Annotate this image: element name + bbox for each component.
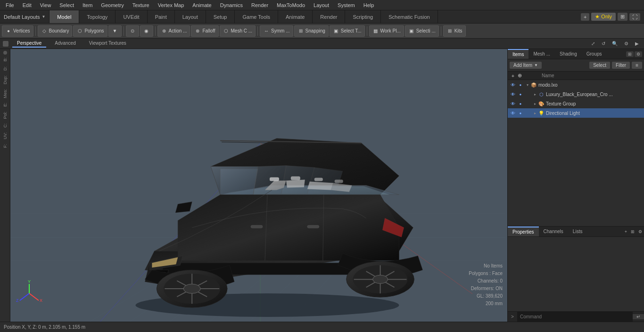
- visibility2-car[interactable]: ●: [517, 91, 524, 97]
- menu-vertexmap[interactable]: Vertex Map: [154, 1, 188, 9]
- sidebar-label-e[interactable]: E:: [3, 101, 8, 109]
- sidebar-label-b[interactable]: B:: [3, 56, 8, 64]
- toolbar-falloff[interactable]: ⊗ Falloff: [191, 25, 218, 37]
- sidebar-label-f[interactable]: F:: [3, 142, 8, 150]
- sidebar-label-uv[interactable]: UV:: [3, 130, 8, 141]
- vp-tab-perspective[interactable]: Perspective: [12, 40, 46, 48]
- sidebar-label-pol[interactable]: Pol:: [3, 110, 8, 121]
- filter-button[interactable]: Filter: [612, 62, 630, 69]
- items-settings-ctrl[interactable]: ⚙: [635, 51, 642, 57]
- expand-root[interactable]: ▾: [525, 82, 530, 88]
- toolbar-kits[interactable]: ⊞ Kits: [443, 25, 466, 37]
- tab-paint[interactable]: Paint: [148, 10, 175, 23]
- props-plus-button[interactable]: +: [623, 229, 629, 235]
- toolbar-circle1[interactable]: ⊙: [126, 25, 139, 37]
- viewport[interactable]: X Z Y No Items Polygons : Face Channels:…: [10, 49, 507, 322]
- visibility-texture[interactable]: 👁: [510, 100, 516, 107]
- vp-reset-icon[interactable]: ↺: [599, 40, 608, 47]
- props-settings-ctrl[interactable]: ⚙: [636, 229, 644, 235]
- tab-model[interactable]: Model: [50, 10, 79, 23]
- sidebar-label-d[interactable]: D:: [3, 65, 8, 73]
- visibility2-light[interactable]: ●: [517, 110, 524, 116]
- visibility-light[interactable]: 👁: [510, 110, 516, 116]
- props-expand-ctrl[interactable]: ⊞: [629, 229, 636, 235]
- toolbar-selectt[interactable]: ▣ Select T...: [330, 25, 365, 37]
- expand-texture[interactable]: ▸: [532, 101, 538, 106]
- expand-car[interactable]: ▸: [532, 91, 538, 97]
- menu-file[interactable]: File: [2, 1, 18, 9]
- tab-render[interactable]: Render: [313, 10, 345, 23]
- toolbar-dropdown[interactable]: ▼: [108, 25, 122, 37]
- command-go-button[interactable]: ↵: [633, 314, 644, 319]
- vp-settings-icon[interactable]: ⚙: [622, 40, 631, 47]
- items-menu-button[interactable]: ≡: [632, 62, 642, 69]
- item-row-light[interactable]: 👁 ● ▸ 💡 Directional Light: [508, 108, 644, 118]
- items-tab-groups[interactable]: Groups: [582, 49, 607, 59]
- tab-scripting[interactable]: Scripting: [345, 10, 381, 23]
- menu-view[interactable]: View: [36, 1, 55, 9]
- toolbar-symm[interactable]: ↔ Symm ...: [260, 25, 293, 37]
- sidebar-label-dup[interactable]: Dup:: [3, 73, 8, 86]
- props-tab-properties[interactable]: Properties: [508, 227, 539, 236]
- command-arrow[interactable]: >: [508, 314, 517, 319]
- maximize-button[interactable]: ⛶: [629, 13, 640, 21]
- menu-select[interactable]: Select: [56, 1, 78, 9]
- menu-texture[interactable]: Texture: [129, 1, 153, 9]
- layout-selector[interactable]: Default Layouts ▼: [0, 10, 50, 23]
- toolbar-circle2[interactable]: ◉: [140, 25, 153, 37]
- toolbar-snapping[interactable]: ⊞ Snapping: [294, 25, 329, 37]
- toolbar-meshc[interactable]: ⬡ Mesh C ...: [220, 25, 256, 37]
- col-icon-2[interactable]: ⊕: [516, 73, 523, 79]
- expand-button[interactable]: ⊞: [618, 13, 627, 21]
- add-item-button[interactable]: Add Item ▼: [510, 62, 542, 69]
- sidebar-label-mes[interactable]: Mes:: [3, 87, 8, 100]
- vp-tab-textures[interactable]: Viewport Textures: [84, 40, 131, 48]
- tab-schematic-fusion[interactable]: Schematic Fusion: [381, 10, 438, 23]
- tab-gametools[interactable]: Game Tools: [235, 10, 278, 23]
- menu-render[interactable]: Render: [248, 1, 272, 9]
- toolbar-polygons[interactable]: ⬡ Polygons: [73, 25, 107, 37]
- sidebar-label-c[interactable]: C:: [3, 121, 8, 130]
- tab-animate[interactable]: Animate: [278, 10, 313, 23]
- visibility2-root[interactable]: ●: [517, 81, 524, 88]
- props-tab-channels[interactable]: Channels: [539, 227, 568, 236]
- add-tab-button[interactable]: +: [581, 13, 589, 21]
- menu-geometry[interactable]: Geometry: [97, 1, 127, 9]
- tab-uvedit[interactable]: UVEdit: [116, 10, 147, 23]
- menu-maxtomodo[interactable]: MaxToModo: [273, 1, 309, 9]
- viewport-toggle[interactable]: [3, 41, 8, 47]
- visibility2-texture[interactable]: ●: [517, 100, 524, 107]
- item-row-car[interactable]: 👁 ● ▸ ⬡ Luxury_Black_European_Cro ...: [508, 89, 644, 99]
- menu-system[interactable]: System: [334, 1, 359, 9]
- visibility-root[interactable]: 👁: [510, 81, 516, 88]
- items-expand-ctrl[interactable]: ⊞: [626, 51, 634, 57]
- tab-topology[interactable]: Topology: [79, 10, 116, 23]
- vp-expand-icon[interactable]: ⤢: [589, 40, 597, 47]
- star-only-badge[interactable]: ★ Only: [591, 13, 616, 21]
- command-input[interactable]: [517, 312, 633, 322]
- items-list[interactable]: 👁 ● ▾ 📦 modo.lxo 👁 ●: [508, 80, 644, 226]
- select-button[interactable]: Select: [589, 62, 610, 69]
- items-tab-shading[interactable]: Shading: [555, 49, 582, 59]
- toolbar-selecti[interactable]: ▣ Selecti ...: [405, 25, 439, 37]
- toolbar-workpl[interactable]: ▦ Work Pl...: [369, 25, 404, 37]
- menu-item[interactable]: Item: [79, 1, 96, 9]
- menu-dynamics[interactable]: Dynamics: [216, 1, 247, 9]
- visibility-car[interactable]: 👁: [510, 91, 516, 97]
- menu-edit[interactable]: Edit: [19, 1, 35, 9]
- expand-light[interactable]: ▸: [532, 110, 538, 116]
- menu-animate[interactable]: Animate: [189, 1, 215, 9]
- tab-setup[interactable]: Setup: [206, 10, 235, 23]
- vp-tab-advanced[interactable]: Advanced: [50, 40, 80, 48]
- sidebar-dot-1[interactable]: [3, 51, 7, 55]
- menu-layout[interactable]: Layout: [310, 1, 333, 9]
- toolbar-vertices[interactable]: ● Vertices: [2, 25, 33, 37]
- col-icon-1[interactable]: +: [510, 73, 516, 79]
- tab-layout[interactable]: Layout: [175, 10, 206, 23]
- item-row-root[interactable]: 👁 ● ▾ 📦 modo.lxo: [508, 80, 644, 89]
- toolbar-action[interactable]: ⊕ Action ...: [157, 25, 190, 37]
- props-tab-lists[interactable]: Lists: [568, 227, 587, 236]
- item-row-texture[interactable]: 👁 ● ▸ 🎨 Texture Group: [508, 99, 644, 108]
- items-tab-mesh[interactable]: Mesh ...: [528, 49, 555, 59]
- toolbar-boundary[interactable]: ◇ Boundary: [38, 25, 73, 37]
